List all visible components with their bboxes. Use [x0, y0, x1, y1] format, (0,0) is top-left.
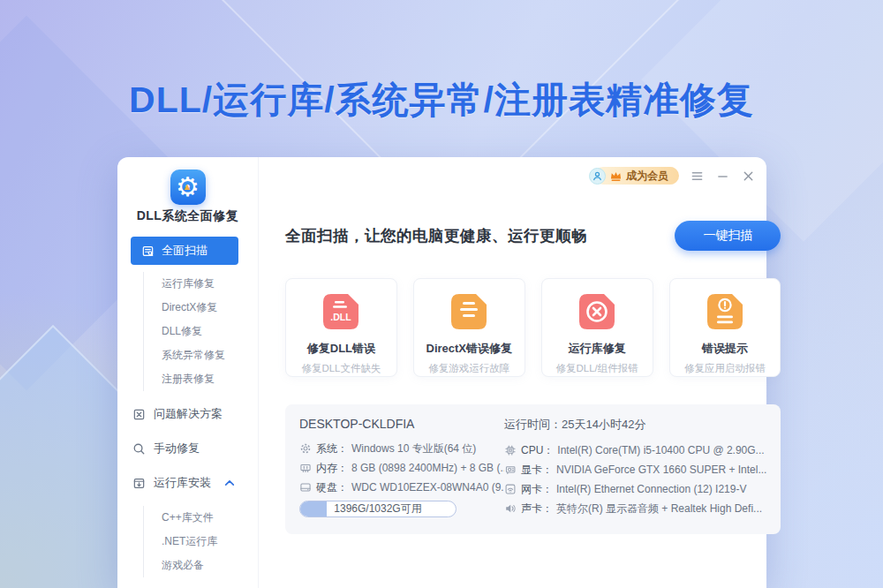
row-value: WDC WD10EZEX-08WN4A0 (9... — [351, 481, 504, 494]
sidebar: ⚙ ▲ DLL系统全面修复 全面扫描 运行库修复 DirectX修复 DLL修复… — [117, 157, 259, 588]
minimize-icon — [716, 170, 729, 183]
magnifier-icon — [132, 442, 146, 456]
system-info-left: DESKTOP-CKLDFIA 系统： Windows 10 专业版(64 位) — [299, 417, 504, 522]
card-subtitle: 修复DLL文件缺失 — [301, 362, 381, 375]
row-value: Intel(R) Core(TM) i5-10400 CPU @ 2.90G..… — [557, 444, 764, 456]
scan-subnav: 运行库修复 DirectX修复 DLL修复 系统异常修复 注册表修复 — [143, 272, 258, 391]
main-content: 全面扫描，让您的电脑更健康、运行更顺畅 一键扫描 .DLL 修复DLL错误 修复… — [259, 157, 811, 588]
row-value: 8 GB (0898 2400MHz) + 8 GB (... — [351, 462, 504, 474]
memory-row: 内存： 8 GB (0898 2400MHz) + 8 GB (... — [299, 458, 504, 478]
close-button[interactable] — [740, 168, 756, 184]
row-label: 系统： — [316, 441, 348, 456]
card-directx-repair[interactable]: DirectX错误修复 修复游戏运行故障 — [413, 278, 525, 377]
gear-icon — [299, 442, 312, 455]
row-label: CPU： — [521, 443, 554, 458]
row-label: 声卡： — [521, 501, 553, 516]
uptime-label: 运行时间： — [504, 418, 562, 431]
card-title: DirectX错误修复 — [426, 341, 513, 357]
row-value: Windows 10 专业版(64 位) — [351, 441, 476, 456]
card-title: 运行库修复 — [569, 341, 626, 357]
page-title: 全面扫描，让您的电脑更健康、运行更顺畅 — [285, 225, 587, 246]
uptime-value: 25天14小时42分 — [562, 418, 645, 431]
row-label: 内存： — [316, 461, 348, 476]
row-value: NVIDIA GeForce GTX 1660 SUPER + Intel... — [556, 464, 766, 476]
dll-file-icon: .DLL — [320, 290, 362, 333]
sound-row: 声卡： 英特尔(R) 显示器音频 + Realtek High Defi... — [504, 499, 766, 518]
sidebar-item-runtime-repair[interactable]: 运行库修复 — [162, 272, 258, 296]
hero-title: DLL/运行库/系统异常/注册表精准修复 — [0, 76, 883, 124]
scan-doc-icon — [141, 245, 155, 258]
sidebar-item-directx-repair[interactable]: DirectX修复 — [162, 296, 258, 320]
row-value: 英特尔(R) 显示器音频 + Realtek High Defi... — [556, 501, 762, 516]
close-icon — [742, 170, 755, 183]
card-subtitle: 修复DLL/组件报错 — [556, 362, 638, 375]
system-info-panel: DESKTOP-CKLDFIA 系统： Windows 10 专业版(64 位) — [285, 404, 781, 534]
app-logo: ⚙ ▲ — [170, 170, 206, 205]
one-click-scan-button[interactable]: 一键扫描 — [675, 221, 781, 251]
chevron-up-icon[interactable] — [224, 479, 235, 486]
titlebar: 成为会员 — [589, 165, 756, 186]
sidebar-item-label: 运行库安装 — [154, 475, 211, 491]
sidebar-item-system-exception-repair[interactable]: 系统异常修复 — [162, 343, 258, 367]
problem-box-icon — [132, 408, 146, 421]
card-subtitle: 修复游戏运行故障 — [428, 362, 509, 375]
sidebar-item-runtime-install[interactable]: 运行库安装 — [132, 471, 258, 494]
disk-usage-text: 1396G/1032G可用 — [300, 501, 456, 516]
uptime: 运行时间：25天14小时42分 — [504, 417, 766, 433]
sidebar-item-game-essentials[interactable]: 游戏必备 — [162, 554, 258, 577]
row-label: 网卡： — [521, 482, 553, 497]
row-label: 显卡： — [521, 463, 553, 478]
directx-lines-icon — [448, 290, 490, 333]
system-row: 系统： Windows 10 专业版(64 位) — [299, 439, 504, 458]
hostname: DESKTOP-CKLDFIA — [299, 417, 504, 431]
menu-button[interactable] — [689, 168, 705, 184]
membership-button[interactable]: 成为会员 — [594, 167, 679, 185]
speaker-icon — [504, 502, 517, 515]
app-name: DLL系统全面修复 — [117, 208, 258, 224]
disk-usage-bar: 1396G/1032G可用 — [299, 501, 457, 517]
app-window: 成为会员 ⚙ ▲ DLL — [117, 157, 766, 588]
card-title: 修复DLL错误 — [307, 341, 375, 357]
svg-text:.DLL: .DLL — [331, 312, 352, 322]
disk-icon — [299, 481, 312, 494]
gpu-row: 显卡： NVIDIA GeForce GTX 1660 SUPER + Inte… — [504, 460, 766, 479]
sidebar-item-cpp-library[interactable]: C++库文件 — [162, 506, 258, 530]
gpu-icon — [504, 464, 517, 476]
row-value: Intel(R) Ethernet Connection (12) I219-V — [556, 483, 746, 495]
disk-row: 硬盘： WDC WD10EZEX-08WN4A0 (9... — [299, 478, 504, 497]
cpu-row: CPU： Intel(R) Core(TM) i5-10400 CPU @ 2.… — [504, 441, 766, 460]
crown-icon — [609, 170, 623, 182]
card-fix-dll-errors[interactable]: .DLL 修复DLL错误 修复DLL文件缺失 — [285, 278, 397, 377]
network-icon — [504, 483, 517, 495]
scan-header: 全面扫描，让您的电脑更健康、运行更顺畅 一键扫描 — [285, 221, 781, 251]
sidebar-item-problem-solutions[interactable]: 问题解决方案 — [132, 403, 258, 426]
card-title: 错误提示 — [702, 341, 748, 357]
card-subtitle: 修复应用启动报错 — [684, 362, 766, 375]
sidebar-item-full-scan[interactable]: 全面扫描 — [131, 237, 238, 265]
sidebar-item-dll-repair[interactable]: DLL修复 — [162, 320, 258, 343]
warning-triangle-icon: ▲ — [183, 181, 192, 192]
minimize-button[interactable] — [714, 168, 730, 184]
sidebar-item-label: 全面扫描 — [162, 243, 208, 259]
system-info-right: 运行时间：25天14小时42分 — [504, 417, 766, 522]
circle-cross-icon — [576, 290, 618, 333]
memory-icon — [299, 462, 312, 474]
sidebar-item-registry-repair[interactable]: 注册表修复 — [162, 367, 258, 391]
feature-cards: .DLL 修复DLL错误 修复DLL文件缺失 DirectX错误修复 修复游戏运… — [285, 278, 781, 377]
membership-label: 成为会员 — [626, 169, 668, 184]
install-subnav: C++库文件 .NET运行库 游戏必备 — [143, 506, 258, 577]
cpu-icon — [504, 444, 517, 456]
card-runtime-repair[interactable]: 运行库修复 修复DLL/组件报错 — [541, 278, 653, 377]
network-row: 网卡： Intel(R) Ethernet Connection (12) I2… — [504, 479, 766, 499]
user-account-button[interactable] — [589, 168, 606, 185]
card-error-alerts[interactable]: 错误提示 修复应用启动报错 — [669, 278, 781, 377]
sidebar-item-dotnet-runtime[interactable]: .NET运行库 — [162, 530, 258, 554]
sidebar-item-label: 手动修复 — [154, 441, 200, 456]
install-box-icon — [132, 477, 146, 490]
user-icon — [592, 170, 603, 182]
row-label: 硬盘： — [316, 480, 348, 495]
page-background: DLL/运行库/系统异常/注册表精准修复 成为会员 — [0, 0, 883, 588]
sidebar-item-label: 问题解决方案 — [154, 406, 223, 422]
sidebar-item-manual-repair[interactable]: 手动修复 — [132, 437, 258, 460]
alert-doc-icon — [704, 290, 746, 333]
